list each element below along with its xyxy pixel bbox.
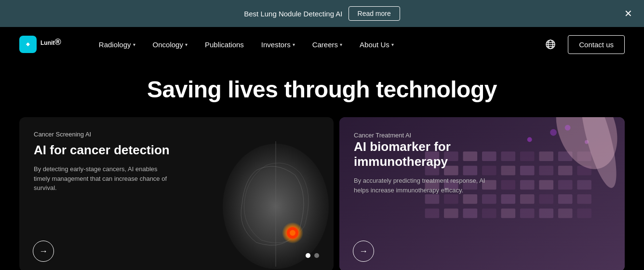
hero-title: Saving lives through technology (10, 76, 634, 103)
svg-rect-51 (482, 209, 496, 218)
language-button[interactable] (541, 35, 560, 54)
nav-item-careers[interactable]: Careers ▾ (304, 27, 351, 62)
nav-item-investors[interactable]: Investors ▾ (253, 27, 304, 62)
nav-item-publications[interactable]: Publications (196, 27, 253, 62)
close-announcement-button[interactable]: ✕ (624, 9, 632, 18)
chevron-down-icon: ▾ (293, 42, 295, 47)
chevron-down-icon: ▾ (340, 42, 342, 47)
card-dots (306, 253, 319, 258)
card-right-desc: By accurately predicting treatment respo… (354, 176, 489, 195)
contact-button[interactable]: Contact us (568, 35, 625, 54)
nav-links: Radiology ▾ Oncology ▾ Publications Inve… (90, 27, 541, 62)
card-right-arrow-button[interactable]: → (353, 241, 374, 262)
nav-item-oncology[interactable]: Oncology ▾ (144, 27, 196, 62)
svg-rect-48 (425, 209, 440, 218)
nav-item-about[interactable]: About Us ▾ (351, 27, 402, 62)
card-left-title: AI for cancer detection (34, 143, 178, 158)
svg-rect-56 (577, 209, 591, 218)
announcement-bar: Best Lung Nodule Detecting AI Read more … (0, 0, 644, 27)
svg-rect-50 (463, 209, 478, 218)
dot-1[interactable] (306, 253, 310, 258)
card-left-desc: By detecting early-stage cancers, AI ena… (34, 164, 169, 193)
mammogram-visual (208, 132, 334, 270)
hero-section: Saving lives through technology (0, 62, 644, 108)
chevron-down-icon: ▾ (391, 42, 394, 47)
dot-2[interactable] (314, 253, 319, 258)
announcement-text: Best Lung Nodule Detecting AI (244, 10, 342, 18)
svg-rect-54 (539, 209, 553, 218)
card-right-title: AI biomarker for immunotherapy (354, 139, 498, 169)
svg-rect-49 (444, 209, 458, 218)
cards-section: Cancer Screening AI AI for cancer detect… (0, 108, 644, 270)
logo-icon (19, 36, 37, 53)
logo[interactable]: Lunit® (19, 36, 61, 53)
svg-point-10 (290, 230, 295, 236)
chevron-down-icon: ▾ (133, 42, 135, 47)
logo-text: Lunit® (40, 37, 61, 52)
svg-rect-55 (558, 209, 573, 218)
svg-rect-53 (520, 209, 535, 218)
card-immunotherapy: Cancer Treatment AI AI biomarker for imm… (339, 117, 625, 270)
read-more-button[interactable]: Read more (349, 6, 400, 21)
svg-rect-52 (501, 209, 515, 218)
chevron-down-icon: ▾ (185, 42, 188, 47)
card-cancer-detection: Cancer Screening AI AI for cancer detect… (19, 117, 334, 270)
card-right-content: Cancer Treatment AI AI biomarker for imm… (339, 117, 625, 208)
card-right-tag: Cancer Treatment AI (354, 132, 411, 139)
nav-item-radiology[interactable]: Radiology ▾ (90, 27, 144, 62)
navigation: Lunit® Radiology ▾ Oncology ▾ Publicatio… (0, 27, 644, 62)
card-left-arrow-button[interactable]: → (33, 241, 54, 262)
nav-right: Contact us (541, 35, 625, 54)
